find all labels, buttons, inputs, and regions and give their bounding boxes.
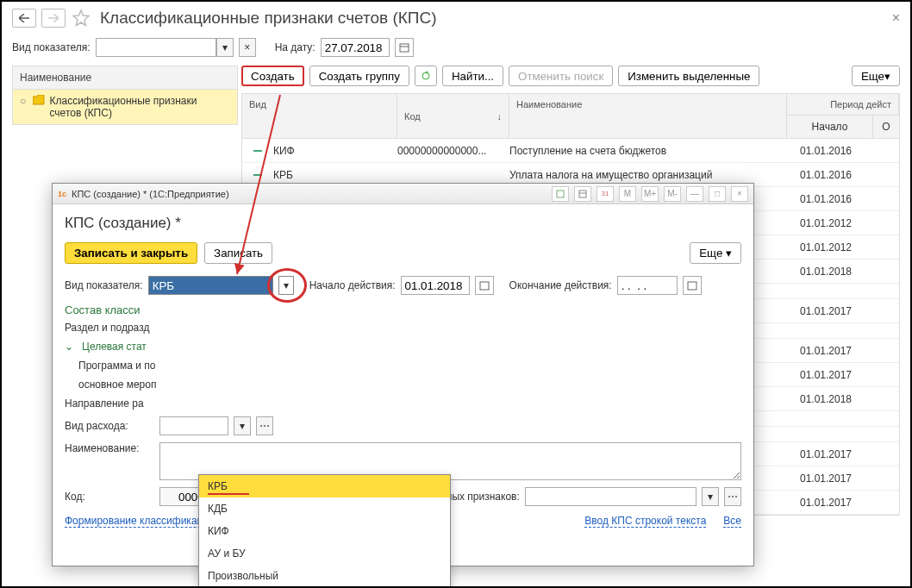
find-button[interactable]: Найти... [442,66,503,86]
vid-dropdown-list: КРБКДБКИФАУ и БУПроизвольныйrКБК [198,474,451,588]
cancel-search-button[interactable]: Отменить поиск [509,66,613,86]
svg-point-2 [422,72,429,79]
svg-rect-8 [688,282,696,290]
page-title: Классификационные признаки счетов (КПС) [100,9,437,28]
naim-label: Наименование: [65,442,154,454]
vid-filter-input[interactable] [96,38,216,57]
link-vvod-kps[interactable]: Ввод КПС строкой текста [584,515,706,528]
dlg-m[interactable]: M [619,186,636,202]
dropdown-item[interactable]: КРБ [199,475,450,497]
dlg-mplus[interactable]: M+ [641,186,659,202]
group-dd[interactable]: ▾ [702,487,719,506]
vid-rashoda-open[interactable]: ⋯ [256,416,273,435]
svg-rect-5 [579,191,586,197]
vid-rashoda-label: Вид расхода: [65,420,154,432]
col-ok[interactable]: О [873,116,899,139]
col-vid[interactable]: Вид [242,94,397,139]
dlg-nachalo-label: Начало действия: [309,279,396,291]
vid-rashoda-dd[interactable]: ▾ [234,416,251,435]
forward-button[interactable] [41,9,66,28]
app-icon: 1c [58,190,66,198]
col-period[interactable]: Период дейст [787,94,899,116]
group-input[interactable] [525,487,696,506]
dlg-mminus[interactable]: M- [664,186,681,202]
celevaya-label: Целевая стат [82,341,147,353]
dlg-more-button[interactable]: Еще ▾ [690,242,741,264]
edit-selected-button[interactable]: Изменить выделенные [618,66,759,86]
osnovnoe-label: основное мероп [78,378,156,391]
razdel-label: Раздел и подразд [65,322,149,334]
svg-rect-0 [400,44,409,52]
close-icon[interactable]: × [892,10,900,26]
dlg-icon-31[interactable]: 31 [597,186,614,202]
dropdown-item[interactable]: КДБ [199,497,450,520]
section-sostav: Состав класси [65,303,741,316]
create-group-button[interactable]: Создать группу [309,66,409,86]
kps-create-dialog: 1c КПС (создание) * (1С:Предприятие) 31 … [52,183,754,566]
tree-header: Наименование [12,66,238,90]
dlg-icon-calc[interactable] [574,186,591,202]
vid-rashoda-input[interactable] [159,416,228,435]
svg-rect-4 [557,191,564,197]
svg-rect-7 [480,282,489,290]
dlg-icon-1[interactable] [552,186,569,202]
dialog-title: КПС (создание) * [65,215,741,232]
vid-filter-clear[interactable]: × [239,38,256,57]
dlg-nachalo-cal[interactable] [475,276,494,295]
link-vse[interactable]: Все [723,515,741,528]
folder-icon [33,95,45,108]
dlg-min[interactable]: — [686,186,703,202]
col-nachalo[interactable]: Начало [787,116,873,139]
dlg-okon-label: Окончание действия: [509,279,612,291]
dlg-vid-input[interactable] [148,276,273,295]
tree-toggle-icon[interactable]: ○ [20,95,28,107]
program-label: Программа и по [78,360,155,372]
col-kod[interactable]: Код↓ [397,94,509,139]
vid-filter-dropdown[interactable]: ▾ [216,38,234,57]
dlg-okon-cal[interactable] [683,276,702,295]
na-datu-label: На дату: [275,41,315,53]
refresh-button[interactable] [415,66,437,86]
tree-item-root[interactable]: ○ Классификационные признаки счетов (КПС… [12,90,238,125]
vid-label: Вид показателя: [12,41,91,53]
dropdown-item[interactable]: КИФ [199,520,450,542]
dropdown-item[interactable]: АУ и БУ [199,542,450,565]
back-button[interactable] [12,9,36,28]
more-button[interactable]: Еще ▾ [852,66,900,86]
napravlenie-label: Направление ра [65,397,144,410]
create-button[interactable]: Создать [241,66,304,86]
kod-label: Код: [65,491,154,503]
star-icon [72,9,90,27]
dlg-close[interactable]: × [731,186,748,202]
dlg-max[interactable]: □ [709,186,726,202]
chevron-down-icon[interactable]: ⌄ [65,341,73,353]
tree-item-label: Классификационные признаки счетов (КПС) [50,95,231,119]
save-close-button[interactable]: Записать и закрыть [65,242,197,264]
calendar-icon[interactable] [395,38,414,57]
dlg-nachalo-input[interactable] [401,276,470,295]
dropdown-item[interactable]: Произвольный [199,565,450,587]
dlg-vid-label: Вид показателя: [65,279,143,291]
dlg-okon-input[interactable] [617,276,678,295]
dialog-window-title: КПС (создание) * (1С:Предприятие) [72,189,229,199]
table-row[interactable]: КИФ00000000000000...Поступление на счета… [242,139,899,163]
na-datu-input[interactable] [321,38,390,57]
dlg-vid-dropdown-btn[interactable]: ▾ [278,276,294,295]
col-naim[interactable]: Наименование [509,94,787,139]
save-button[interactable]: Записать [204,242,272,264]
group-open[interactable]: ⋯ [724,487,741,506]
